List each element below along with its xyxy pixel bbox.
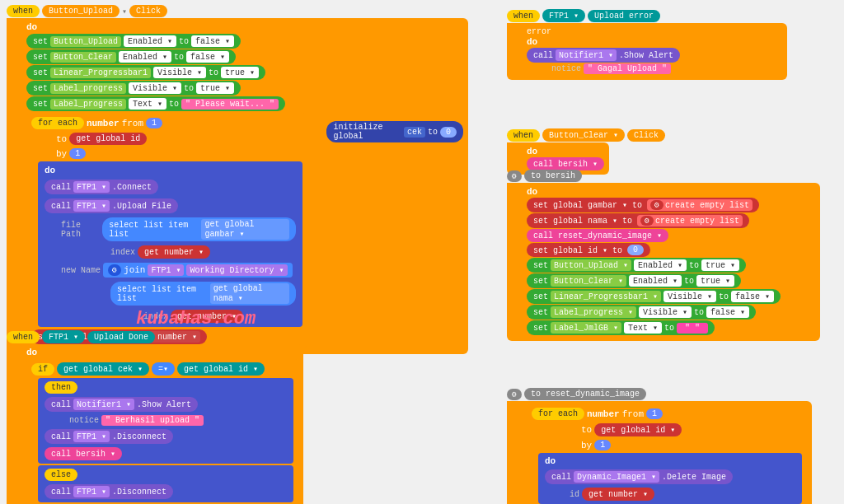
- get-global-cek-if: get global cek ▾: [57, 362, 149, 376]
- by-reset: 1: [594, 440, 611, 450]
- else-label: else: [45, 469, 77, 481]
- call-reset-dynamic: call reset_dynamic_image ▾: [527, 229, 668, 242]
- reset-dynamic-image-block: ⚙ to reset_dynamic_image for each number…: [507, 387, 837, 504]
- ftp-upload-done-block: when FTP1 ▾ Upload Done do if get global…: [7, 329, 336, 504]
- call-ftp-disconnect-else: call FTP1 ▾ .Disconnect: [45, 484, 173, 499]
- click-event: Click: [129, 5, 167, 17]
- set-global-nama-empty: set global nama ▾ to ⚙ create empty list: [527, 213, 749, 228]
- set-label-jmlgb-text: set Label_JmlGB ▾ Text ▾ to " ": [527, 320, 715, 335]
- when-ftp-error: when: [507, 10, 540, 22]
- set-label-progress-text: set Label_progress Text ▾ to " Please wa…: [26, 96, 285, 111]
- gagal-notice: " Gagal Upload ": [584, 63, 671, 74]
- by-val: 1: [69, 148, 86, 159]
- click-clear-event: Click: [627, 129, 665, 142]
- call-bersih: call bersih ▾: [45, 447, 122, 460]
- when-btn-clear: when: [507, 129, 540, 142]
- to-bersih-label: to bersih: [524, 170, 582, 182]
- ftp-upload-error-block: when FTP1 ▾ Upload error error do call N…: [507, 8, 820, 80]
- set-btn-upload-enabled: set Button_Upload Enabled ▾ to false ▾: [26, 34, 241, 49]
- set-label-progress-false: set Label_progress ▾ Visible ▾ to false …: [527, 305, 756, 320]
- set-label-progress-visible: set Label_progress Visible ▾ to true ▾: [26, 81, 241, 96]
- upload-error-event: Upload error: [588, 10, 660, 22]
- select-list-file-path: select list item list get global gambar …: [102, 217, 296, 241]
- call-ftp1-connect: call FTP1 ▾ .Connect: [45, 180, 158, 194]
- ftp1-error: FTP1 ▾: [542, 9, 585, 22]
- if-label: if: [31, 363, 54, 376]
- button-upload-block: Button_Upload: [42, 5, 120, 17]
- set-progressbar-visible: set Linear_Progressbar1 Visible ▾ to tru…: [26, 65, 265, 80]
- bersih-procedure-block: ⚙ to bersih do set global gambar ▾ to ⚙ …: [507, 169, 837, 341]
- set-global-id-zero: set global id ▾ to 0: [527, 243, 650, 257]
- call-ftp-disconnect: call FTP1 ▾ .Disconnect: [45, 429, 173, 444]
- call-ftp1-upload-file: call FTP1 ▾ .Upload File: [45, 198, 178, 213]
- set-btn-upload-true: set Button_Upload ▾ Enabled ▾ to true ▾: [527, 258, 746, 273]
- berhasil-notice: " Berhasil upload ": [101, 415, 204, 426]
- upload-done-event: Upload Done: [87, 331, 155, 343]
- get-global-id-if: get global id ▾: [177, 362, 265, 376]
- get-number-delete: get number ▾: [582, 488, 654, 501]
- button-clear-block: Button_Clear ▾: [542, 128, 625, 142]
- btn-clear-click-block: when Button_Clear ▾ Click do call bersih…: [507, 128, 738, 175]
- set-btn-clear-enabled: set Button_Clear Enabled ▾ to false ▾: [26, 49, 236, 64]
- get-number-file-index: get number ▾: [138, 245, 210, 259]
- init-global-cek: initialize global cek to 0: [326, 121, 463, 142]
- when-ftp-done: when: [7, 331, 40, 343]
- from-val: 1: [146, 118, 162, 128]
- ftp1-upload-done: FTP1 ▾: [42, 330, 85, 343]
- eq-operator: =▾: [152, 362, 175, 376]
- join-block: ⚙ join FTP1 ▾ Working Directory ▾: [103, 263, 293, 278]
- set-progressbar-false: set Linear_Progressbar1 ▾ Visible ▾ to f…: [527, 289, 781, 304]
- call-delete-image: call Dynamic_Image1 ▾ .Delete Image: [545, 469, 733, 484]
- set-global-gambar-empty: set global gambar ▾ to ⚙ create empty li…: [527, 198, 759, 212]
- get-global-id-reset: get global id ▾: [594, 423, 682, 436]
- get-global-id-for: get global id: [69, 133, 147, 145]
- to-reset-dynamic-label: to reset_dynamic_image: [524, 388, 646, 400]
- select-list-new-name: select list item list get global nama ▾: [110, 282, 296, 306]
- call-notifier-show-alert: call Notifier1 ▾ .Show Alert: [45, 397, 198, 412]
- when-label: when: [7, 5, 40, 17]
- for-each-var: number: [87, 119, 120, 128]
- left-main-block: when Button_Upload ▾ Click do set Button…: [7, 4, 468, 354]
- for-each-reset: for each: [532, 408, 584, 420]
- call-notifier-gagal: call Notifier1 ▾ .Show Alert: [527, 48, 680, 63]
- from-reset: 1: [646, 408, 663, 419]
- for-each-label: for each: [31, 117, 84, 129]
- watermark: kubahas.com: [136, 309, 256, 329]
- then-label: then: [45, 381, 77, 394]
- set-btn-clear-true: set Button_Clear ▾ Enabled ▾ to true ▾: [527, 273, 741, 288]
